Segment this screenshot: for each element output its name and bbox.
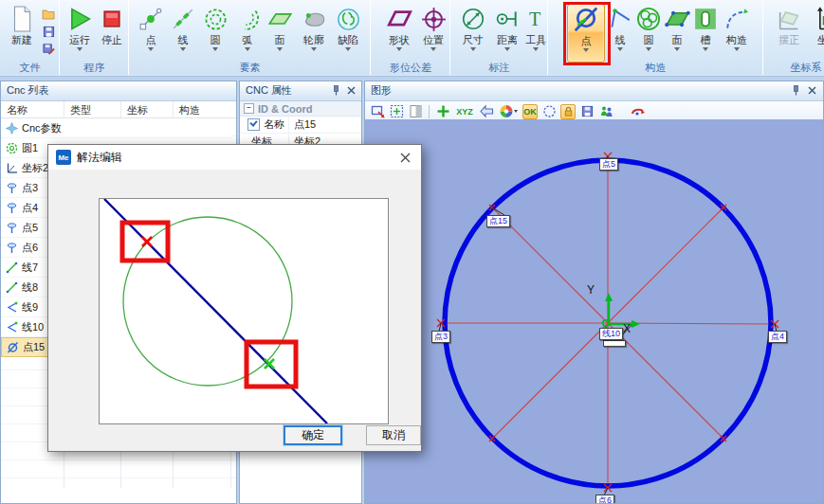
feature-label-point3[interactable]: 点3: [431, 331, 450, 343]
shape-tolerance-button[interactable]: 形状: [382, 4, 416, 61]
element-face-button[interactable]: 面: [266, 4, 294, 61]
align-button[interactable]: 摆正: [771, 4, 807, 61]
column-header-construct[interactable]: 构造: [174, 101, 231, 117]
element-defect-icon: [332, 4, 364, 34]
element-line-button[interactable]: 线: [169, 4, 197, 61]
back-arrow-icon[interactable]: [479, 104, 494, 119]
flip-view-icon[interactable]: [408, 104, 423, 119]
fit-view-icon[interactable]: [389, 104, 404, 119]
ok-button[interactable]: 确定: [284, 425, 342, 445]
dialog-titlebar[interactable]: Me 解法编辑: [48, 145, 421, 170]
construct-circle-button[interactable]: 圆: [635, 4, 662, 61]
stop-button[interactable]: 停止: [98, 4, 126, 61]
point-feature-icon: [5, 221, 18, 234]
xyz-coords-icon[interactable]: XYZ: [454, 104, 475, 119]
element-line-icon: [169, 4, 197, 34]
save-view-icon[interactable]: [579, 104, 595, 119]
ok-confirm-icon[interactable]: OK: [522, 104, 538, 119]
zoom-window-icon[interactable]: [370, 104, 385, 119]
measurement-drawing: [365, 119, 823, 503]
element-contour-button[interactable]: 轮廓: [298, 4, 330, 61]
list-item-cnc-params[interactable]: Cnc参数: [1, 118, 231, 138]
dialog-close-icon[interactable]: [396, 149, 413, 166]
ribbon-group-elements: 点 线 圆 弧: [129, 1, 372, 75]
feature-label-point5[interactable]: 点5: [599, 158, 618, 171]
color-picker-icon[interactable]: [498, 104, 519, 119]
property-value-name[interactable]: 点15: [289, 117, 316, 132]
feature-label-partial[interactable]: [603, 340, 626, 347]
x-axis-label: X: [623, 322, 631, 335]
element-point-icon: [137, 4, 165, 34]
distance-button[interactable]: 距离: [492, 4, 522, 61]
run-label: 运行: [64, 34, 96, 45]
save-as-icon: [43, 43, 55, 55]
feature-label-point15[interactable]: 点15: [486, 215, 510, 227]
element-point-button[interactable]: 点: [137, 4, 165, 61]
stop-label: 停止: [98, 34, 126, 45]
toolbar-separator: [429, 105, 430, 118]
solution-preview-canvas[interactable]: [99, 198, 389, 424]
users-icon[interactable]: [598, 104, 613, 119]
element-arc-button[interactable]: 弧: [233, 4, 262, 61]
property-row-name: 名称 点15: [240, 117, 361, 134]
property-group-id-coord[interactable]: − ID & Coord: [240, 101, 361, 117]
list-column-headers: 名称 类型 坐标 构造: [1, 101, 236, 118]
tools-button[interactable]: T 工具: [524, 4, 547, 61]
highlight-red-box: [563, 2, 611, 65]
group-label-file: 文件: [0, 61, 60, 74]
ribbon: 新建 文件 运行 停止 程: [0, 0, 824, 77]
construct-construct-icon: [721, 4, 753, 34]
position-tolerance-button[interactable]: 位置: [418, 4, 449, 61]
lock-icon[interactable]: [560, 104, 576, 119]
close-icon[interactable]: [345, 84, 357, 97]
collapse-icon[interactable]: −: [244, 103, 254, 114]
construct-construct-button[interactable]: 构造: [721, 4, 753, 61]
coordsys-icon: [811, 4, 824, 34]
ribbon-group-annotation: 尺寸 距离 T 工具 标注: [450, 1, 549, 75]
element-circle-icon: [201, 4, 229, 34]
save-button[interactable]: [40, 24, 57, 39]
dimension-button[interactable]: 尺寸: [458, 4, 488, 61]
point-feature-icon: [5, 241, 18, 254]
new-file-button[interactable]: 新建: [4, 4, 40, 61]
pin-icon[interactable]: [790, 84, 802, 97]
open-folder-button[interactable]: [40, 7, 57, 22]
dashed-circle-icon[interactable]: [541, 104, 557, 119]
property-label: 名称: [264, 117, 284, 132]
construct-face-button[interactable]: 面: [664, 4, 690, 61]
column-header-type[interactable]: 类型: [64, 101, 121, 117]
feature-label-point4[interactable]: 点4: [768, 331, 787, 343]
construct-slot-button[interactable]: 槽: [692, 4, 719, 61]
ribbon-group-tolerance: 形状 位置 形位公差: [371, 1, 451, 75]
feature-label-point6[interactable]: 点6: [595, 495, 614, 503]
rotate-view-icon[interactable]: [631, 104, 646, 119]
construct-slot-icon: [692, 4, 719, 34]
run-button[interactable]: 运行: [64, 4, 96, 61]
element-circle-button[interactable]: 圆: [201, 4, 229, 61]
close-icon[interactable]: [806, 84, 818, 97]
element-contour-icon: [298, 4, 330, 34]
cancel-button[interactable]: 取消: [366, 425, 421, 445]
open-folder-icon: [42, 9, 55, 20]
column-header-coord[interactable]: 坐标: [121, 101, 174, 117]
point-feature-icon: [5, 201, 18, 214]
solution-edit-dialog: Me 解法编辑 确定 取消: [47, 144, 422, 452]
pin-icon[interactable]: [330, 84, 342, 97]
construct-circle-icon: [635, 4, 662, 34]
selected-solution-cross[interactable]: [142, 237, 152, 246]
name-checkbox[interactable]: [247, 118, 260, 131]
save-as-button[interactable]: [40, 41, 57, 56]
column-header-name[interactable]: 名称: [1, 101, 64, 117]
graphics-canvas[interactable]: 点5 点15 点3 点4 线10 点6 Y X: [365, 119, 823, 503]
point-feature-icon: [5, 181, 18, 194]
construct-line-button[interactable]: 线: [607, 4, 633, 61]
group-label-tolerance: 形位公差: [371, 61, 450, 74]
run-dropdown-arrow: [77, 47, 82, 54]
feature-label-line10[interactable]: 线10: [599, 328, 623, 340]
alternate-solution-cross[interactable]: [265, 359, 274, 369]
circle-feature-icon: [5, 141, 18, 154]
distance-icon: [492, 4, 522, 34]
coordsys-button[interactable]: 坐标: [811, 4, 824, 61]
add-icon[interactable]: [435, 104, 450, 119]
element-defect-button[interactable]: 缺陷: [332, 4, 364, 61]
